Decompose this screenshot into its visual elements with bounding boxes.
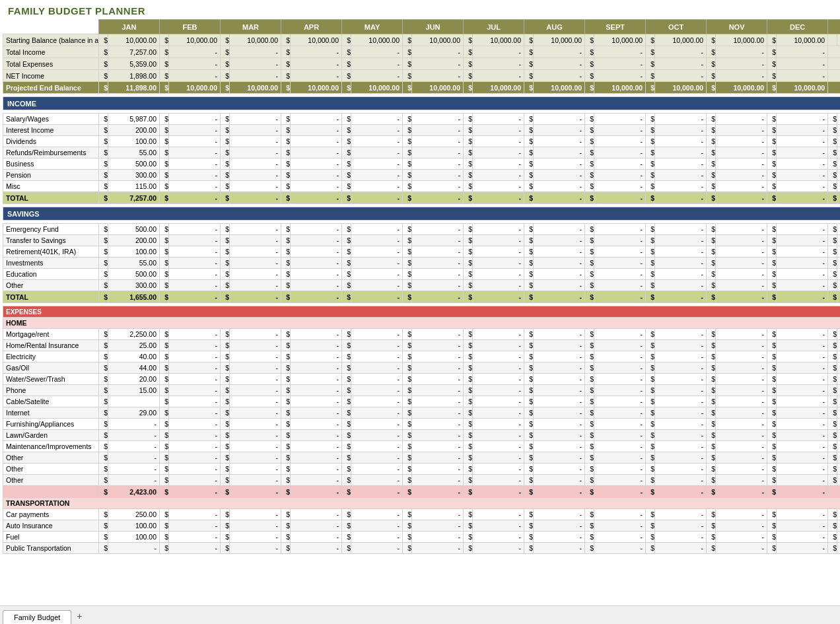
total-expenses-label: Total Expenses: [3, 58, 99, 70]
budget-table: JAN FEB MAR APR MAY JUN JUL AUG SEPT OCT…: [3, 19, 840, 554]
expense-water-row: Water/Sewer/Trash $20.00 $- $- $- $- $- …: [3, 374, 841, 385]
expense-fuel-row: Fuel $100.00 $- $- $- $- $- $- $- $- $- …: [3, 532, 841, 543]
expense-furnishing-row: Furnishing/Appliances $- $- $- $- $- $- …: [3, 419, 841, 430]
header-row: JAN FEB MAR APR MAY JUN JUL AUG SEPT OCT…: [3, 20, 841, 34]
income-row-dividends: Dividends $100.00 $- $- $- $- $- $- $- $…: [3, 136, 841, 147]
savings-investments-row: Investments $55.00 $- $- $- $- $- $- $- …: [3, 258, 841, 269]
income-total-label: TOTAL: [3, 192, 99, 204]
expense-maintenance-row: Maintenance/Improvements $- $- $- $- $- …: [3, 441, 841, 452]
home-total-row: $2,423.00 $- $- $- $- $- $- $- $- $- $- …: [3, 486, 841, 498]
income-row-interest: Interest Income $200.00 $- $- $- $- $- $…: [3, 125, 841, 136]
savings-emergency-row: Emergency Fund $500.00 $- $- $- $- $- $-…: [3, 224, 841, 235]
expense-home-insurance-row: Home/Rental Insurance $25.00 $- $- $- $-…: [3, 340, 841, 351]
expense-autoinsurance-row: Auto Insurance $100.00 $- $- $- $- $- $-…: [3, 520, 841, 532]
jan-header: JAN: [99, 20, 160, 34]
expenses-section-header: EXPENSES: [3, 306, 841, 318]
nov-header: NOV: [707, 20, 767, 34]
expense-carpayments-row: Car payments $250.00 $- $- $- $- $- $- $…: [3, 509, 841, 520]
aug-header: AUG: [524, 20, 585, 34]
expense-mortgage-row: Mortgage/rent $2,250.00 $- $- $- $- $- $…: [3, 329, 841, 340]
total-income-label: Total Income: [3, 46, 99, 58]
savings-retirement-row: Retirement(401K, IRA) $100.00 $- $- $- $…: [3, 246, 841, 258]
expense-home-other2-row: Other $- $- $- $- $- $- $- $- $- $- $- $…: [3, 464, 841, 475]
total-income-row: Total Income $ 7,257.00 $ - $ - $ - $ - …: [3, 46, 841, 58]
income-row-business: Business $500.00 $- $- $- $- $- $- $- $-…: [3, 158, 841, 170]
sb-feb[interactable]: 10,000.00: [169, 34, 221, 46]
app-container: FAMILY BUDGET PLANNER: [0, 0, 840, 624]
family-budget-tab[interactable]: Family Budget: [3, 610, 71, 624]
oct-header: OCT: [646, 20, 707, 34]
income-row-salary: Salary/Wages $ 5,987.00 $- $- $- $- $- $…: [3, 114, 841, 125]
income-row-refunds: Refunds/Reimbursements $55.00 $- $- $- $…: [3, 147, 841, 158]
home-subsection-header: HOME: [3, 318, 841, 329]
savings-education-row: Education $500.00 $- $- $- $- $- $- $- $…: [3, 269, 841, 280]
savings-section-header: SAVINGS: [3, 207, 841, 221]
yearly-header: [828, 20, 840, 34]
tab-bar: Family Budget +: [0, 606, 840, 624]
expense-phone-row: Phone $15.00 $- $- $- $- $- $- $- $- $- …: [3, 385, 841, 396]
add-tab-icon: +: [77, 611, 82, 621]
savings-transfer-row: Transfer to Savings $200.00 $- $- $- $- …: [3, 235, 841, 246]
expense-gasoil-row: Gas/Oil $44.00 $- $- $- $- $- $- $- $- $…: [3, 363, 841, 374]
expense-publictransport-row: Public Transportation $- $- $- $- $- $- …: [3, 543, 841, 554]
sb-dollar-jan: $: [99, 34, 108, 46]
income-section-header: INCOME: [3, 97, 841, 110]
income-section-label: INCOME: [3, 97, 841, 110]
expense-internet-row: Internet $29.00 $- $- $- $- $- $- $- $- …: [3, 407, 841, 419]
label-header: [3, 20, 99, 34]
savings-other-row: Other $300.00 $- $- $- $- $- $- $- $- $-…: [3, 280, 841, 291]
projected-label: Projected End Balance: [3, 82, 99, 94]
total-expenses-row: Total Expenses $ 5,359.00 $ - $ - $ - $ …: [3, 58, 841, 70]
may-header: MAY: [342, 20, 403, 34]
spreadsheet-area[interactable]: JAN FEB MAR APR MAY JUN JUL AUG SEPT OCT…: [0, 19, 840, 606]
sb-jan[interactable]: 10,000.00: [108, 34, 160, 46]
net-income-label: NET Income: [3, 70, 99, 82]
title-bar: FAMILY BUDGET PLANNER: [0, 0, 840, 19]
starting-balance-label: Starting Balance (balance in acct): [3, 34, 99, 46]
savings-total-row: TOTAL $1,655.00 $- $- $- $- $- $- $- $- …: [3, 291, 841, 303]
salary-label: Salary/Wages: [3, 114, 99, 125]
dec-header: DEC: [767, 20, 828, 34]
sept-header: SEPT: [585, 20, 646, 34]
expense-lawn-row: Lawn/Garden $- $- $- $- $- $- $- $- $- $…: [3, 430, 841, 441]
expense-cable-row: Cable/Satelite $ $- $- $- $- $- $- $- $-…: [3, 396, 841, 407]
tab-label: Family Budget: [14, 613, 60, 621]
feb-header: FEB: [160, 20, 221, 34]
net-income-row: NET Income $ 1,898.00 $ - $ - $ - $ - $ …: [3, 70, 841, 82]
income-row-misc: Misc $115.00 $- $- $- $- $- $- $- $- $- …: [3, 181, 841, 192]
expense-home-other1-row: Other $- $- $- $- $- $- $- $- $- $- $- $…: [3, 452, 841, 464]
transportation-subsection-header: TRANSPORTATION: [3, 498, 841, 509]
income-total-row: TOTAL $7,257.00 $- $- $- $- $- $- $- $- …: [3, 192, 841, 204]
projected-balance-row: Projected End Balance $ 11,898.00 $ 10,0…: [3, 82, 841, 94]
starting-balance-row: Starting Balance (balance in acct) $ 10,…: [3, 34, 841, 46]
page-title: FAMILY BUDGET PLANNER: [8, 5, 832, 17]
expense-home-other3-row: Other $- $- $- $- $- $- $- $- $- $- $- $…: [3, 475, 841, 486]
expense-electricity-row: Electricity $40.00 $- $- $- $- $- $- $- …: [3, 351, 841, 363]
apr-header: APR: [281, 20, 342, 34]
mar-header: MAR: [221, 20, 281, 34]
income-row-pension: Pension $300.00 $- $- $- $- $- $- $- $- …: [3, 170, 841, 181]
jun-header: JUN: [403, 20, 464, 34]
jul-header: JUL: [464, 20, 524, 34]
add-tab-button[interactable]: +: [71, 608, 87, 624]
